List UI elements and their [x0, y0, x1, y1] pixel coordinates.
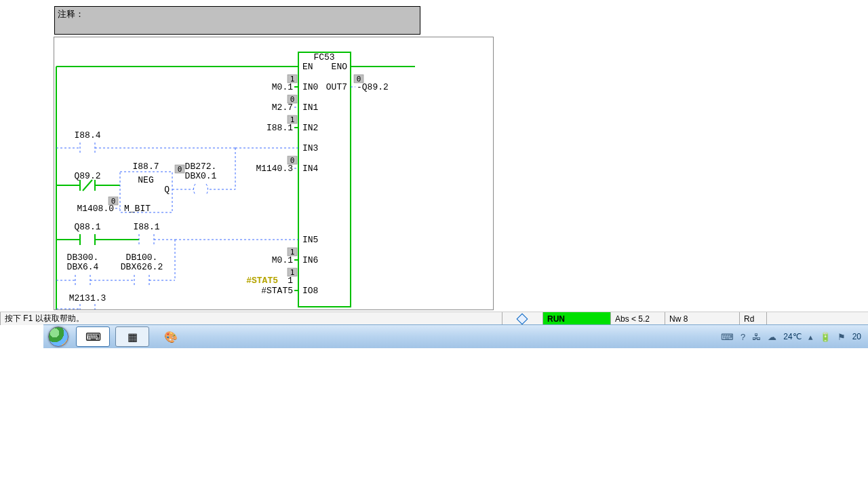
- db300-a: DB300.: [67, 252, 99, 263]
- neg-title: I88.7: [132, 162, 159, 172]
- ladder-diagram[interactable]: .on{stroke:#00c000;stroke-width:2;fill:n…: [54, 37, 493, 309]
- brush-icon: ⌨: [85, 331, 101, 343]
- status-bar: 按下 F1 以获取帮助。 RUN Abs < 5.2 Nw 8 Rd: [0, 312, 868, 325]
- state-in1: 0: [290, 95, 295, 104]
- pin-in1: IN1: [302, 102, 319, 113]
- db300-b: DBX6.4: [67, 262, 99, 272]
- weather-icon[interactable]: ☁: [768, 332, 776, 342]
- contact-m2131: M2131.3: [69, 293, 106, 303]
- chevron-up-icon[interactable]: ▴: [808, 332, 813, 342]
- state-in6: 1: [290, 248, 295, 257]
- keyboard-icon[interactable]: ⌨: [721, 332, 734, 342]
- plc-editor-icon: ▦: [127, 331, 138, 343]
- taskbar-app-2[interactable]: ▦: [115, 326, 149, 347]
- addr-in4: M1140.3: [256, 164, 293, 174]
- flag-icon[interactable]: ⚑: [837, 332, 846, 342]
- addr-in6: M0.1: [272, 255, 293, 265]
- comment-box[interactable]: 注释：: [54, 6, 420, 35]
- pin-eno: ENO: [332, 62, 348, 72]
- clock-fragment: 20: [852, 332, 861, 341]
- state-io8: 1: [290, 268, 295, 277]
- status-tail: [766, 312, 868, 325]
- temperature: 24℃: [783, 332, 801, 341]
- help-icon[interactable]: ?: [741, 332, 745, 342]
- status-help: 按下 F1 以获取帮助。: [0, 312, 502, 325]
- contact-q892: Q89.2: [74, 171, 100, 181]
- pin-out7: OUT7: [326, 82, 347, 92]
- taskbar-app-3[interactable]: 🎨: [155, 327, 187, 346]
- diamond-icon: [516, 313, 528, 324]
- status-run: RUN: [542, 312, 610, 325]
- taskbar-app-1[interactable]: ⌨: [76, 326, 110, 347]
- db272-a: DB272.: [185, 162, 217, 172]
- neg-label: NEG: [138, 175, 153, 185]
- svg-line-27: [83, 180, 92, 191]
- state-m1408: 0: [111, 197, 116, 206]
- contact-i881: I88.1: [133, 222, 159, 232]
- paint-icon: 🎨: [164, 331, 178, 343]
- state-in2: 1: [290, 115, 295, 124]
- status-rd: Rd: [739, 312, 766, 325]
- status-nw: Nw 8: [665, 312, 739, 325]
- windows-logo-icon: [48, 326, 68, 347]
- system-tray[interactable]: ⌨ ? 🖧 ☁ 24℃ ▴ 🔋 ⚑ 20: [721, 332, 868, 342]
- state-in4: 0: [290, 156, 295, 165]
- addr-in0: M0.1: [272, 82, 293, 92]
- network-frame: .on{stroke:#00c000;stroke-width:2;fill:n…: [54, 37, 494, 310]
- db100-a: DB100.: [126, 252, 158, 263]
- db100-b: DBX626.2: [121, 262, 163, 272]
- pin-in0: IN0: [302, 82, 318, 92]
- battery-icon[interactable]: 🔋: [820, 332, 831, 342]
- db272-b: DBX0.1: [185, 171, 217, 181]
- status-diamond: [502, 312, 542, 325]
- pin-in3: IN3: [302, 143, 318, 153]
- pin-in6: IN6: [302, 255, 318, 265]
- addr-out7: -Q89.2: [357, 82, 389, 92]
- block-name: FC53: [313, 52, 334, 62]
- addr-in2: I88.1: [267, 123, 293, 133]
- state-db272: 0: [178, 165, 182, 174]
- pin-in5: IN5: [302, 235, 318, 245]
- network-icon[interactable]: 🖧: [752, 332, 761, 342]
- neg-mbit: M_BIT: [124, 204, 151, 214]
- stat5-label: #STAT5: [246, 276, 278, 286]
- start-button[interactable]: [43, 325, 73, 348]
- comment-label: 注释：: [58, 9, 84, 19]
- addr-io8: #STAT5: [261, 286, 293, 296]
- contact-q881: Q88.1: [74, 222, 100, 232]
- contact-i884: I88.4: [74, 130, 100, 140]
- pin-in2: IN2: [302, 123, 318, 133]
- taskbar[interactable]: ⌨ ▦ 🎨 ⌨ ? 🖧 ☁ 24℃ ▴ 🔋 ⚑ 20: [43, 324, 868, 348]
- neg-q: Q: [164, 185, 170, 195]
- extra-io8: 1: [288, 276, 293, 286]
- state-in0: 1: [290, 75, 295, 83]
- addr-in1: M2.7: [272, 102, 293, 113]
- pin-in4: IN4: [302, 164, 319, 174]
- pin-io8: IO8: [302, 286, 318, 296]
- pin-en: EN: [302, 62, 313, 72]
- state-out7: 0: [357, 75, 361, 83]
- status-abs: Abs < 5.2: [610, 312, 665, 325]
